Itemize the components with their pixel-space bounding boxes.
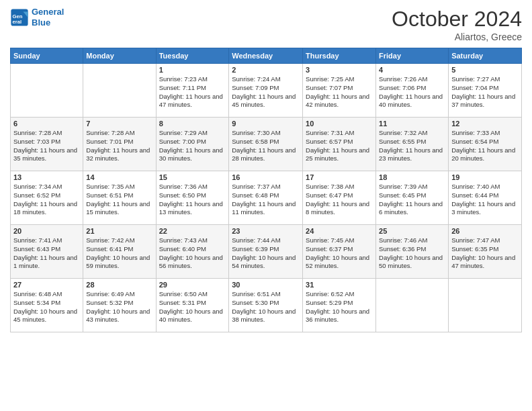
day-info: Sunrise: 7:30 AM Sunset: 6:58 PM Dayligh… [232,129,300,163]
day-info: Sunrise: 7:40 AM Sunset: 6:44 PM Dayligh… [451,183,519,217]
day-info: Sunrise: 7:31 AM Sunset: 6:57 PM Dayligh… [306,129,373,163]
day-info: Sunrise: 7:38 AM Sunset: 6:47 PM Dayligh… [306,183,373,217]
title-block: October 2024 Aliartos, Greece [392,7,522,42]
day-number: 13 [13,173,80,181]
table-row: 12Sunrise: 7:33 AM Sunset: 6:54 PM Dayli… [449,118,522,171]
day-number: 19 [451,173,519,181]
table-row: 11Sunrise: 7:32 AM Sunset: 6:55 PM Dayli… [376,118,449,171]
day-info: Sunrise: 7:24 AM Sunset: 7:09 PM Dayligh… [232,75,300,109]
table-row [83,64,156,118]
month-title: October 2024 [392,7,522,32]
day-number: 10 [306,120,373,128]
day-info: Sunrise: 7:45 AM Sunset: 6:37 PM Dayligh… [306,236,373,271]
table-row: 28Sunrise: 6:49 AM Sunset: 5:32 PM Dayli… [83,279,156,332]
day-info: Sunrise: 7:44 AM Sunset: 6:39 PM Dayligh… [232,236,300,271]
day-info: Sunrise: 7:28 AM Sunset: 7:01 PM Dayligh… [86,129,152,163]
table-row: 16Sunrise: 7:37 AM Sunset: 6:48 PM Dayli… [229,171,303,225]
calendar-week-row: 13Sunrise: 7:34 AM Sunset: 6:52 PM Dayli… [11,171,522,225]
col-wednesday: Wednesday [229,48,303,64]
table-row: 10Sunrise: 7:31 AM Sunset: 6:57 PM Dayli… [303,118,376,171]
day-info: Sunrise: 7:29 AM Sunset: 7:00 PM Dayligh… [159,129,226,163]
day-info: Sunrise: 7:46 AM Sunset: 6:36 PM Dayligh… [379,236,445,271]
table-row: 31Sunrise: 6:52 AM Sunset: 5:29 PM Dayli… [303,279,376,332]
table-row: 8Sunrise: 7:29 AM Sunset: 7:00 PM Daylig… [156,118,229,171]
day-info: Sunrise: 7:32 AM Sunset: 6:55 PM Dayligh… [379,129,445,163]
table-row: 21Sunrise: 7:42 AM Sunset: 6:41 PM Dayli… [83,225,156,279]
day-info: Sunrise: 7:34 AM Sunset: 6:52 PM Dayligh… [13,183,80,217]
table-row: 22Sunrise: 7:43 AM Sunset: 6:40 PM Dayli… [156,225,229,279]
page: Gen eral General Blue October 2024 Aliar… [0,0,532,411]
table-row: 9Sunrise: 7:30 AM Sunset: 6:58 PM Daylig… [229,118,303,171]
table-row: 5Sunrise: 7:27 AM Sunset: 7:04 PM Daylig… [449,64,522,118]
table-row: 6Sunrise: 7:28 AM Sunset: 7:03 PM Daylig… [11,118,83,171]
day-number: 24 [306,227,373,235]
table-row: 4Sunrise: 7:26 AM Sunset: 7:06 PM Daylig… [376,64,449,118]
table-row: 2Sunrise: 7:24 AM Sunset: 7:09 PM Daylig… [229,64,303,118]
day-info: Sunrise: 7:41 AM Sunset: 6:43 PM Dayligh… [13,236,80,271]
logo-icon: Gen eral [10,8,29,27]
logo-line1: General [32,7,64,17]
day-info: Sunrise: 6:51 AM Sunset: 5:30 PM Dayligh… [232,290,300,324]
calendar-week-row: 6Sunrise: 7:28 AM Sunset: 7:03 PM Daylig… [11,118,522,171]
col-sunday: Sunday [11,48,83,64]
table-row: 19Sunrise: 7:40 AM Sunset: 6:44 PM Dayli… [449,171,522,225]
day-info: Sunrise: 7:35 AM Sunset: 6:51 PM Dayligh… [86,183,152,217]
day-number: 21 [86,227,152,235]
day-info: Sunrise: 7:33 AM Sunset: 6:54 PM Dayligh… [451,129,519,163]
col-saturday: Saturday [449,48,522,64]
day-info: Sunrise: 7:47 AM Sunset: 6:35 PM Dayligh… [451,236,519,271]
logo-text: General Blue [32,7,64,28]
day-info: Sunrise: 7:37 AM Sunset: 6:48 PM Dayligh… [232,183,300,217]
col-thursday: Thursday [303,48,376,64]
day-number: 30 [232,281,300,289]
day-number: 16 [232,173,300,181]
day-number: 31 [306,281,373,289]
day-number: 27 [13,281,80,289]
day-number: 15 [159,173,226,181]
day-number: 12 [451,120,519,128]
day-number: 8 [159,120,226,128]
day-info: Sunrise: 7:36 AM Sunset: 6:50 PM Dayligh… [159,183,226,217]
day-info: Sunrise: 7:39 AM Sunset: 6:45 PM Dayligh… [379,183,445,217]
day-info: Sunrise: 7:23 AM Sunset: 7:11 PM Dayligh… [159,75,226,109]
table-row: 1Sunrise: 7:23 AM Sunset: 7:11 PM Daylig… [156,64,229,118]
table-row: 30Sunrise: 6:51 AM Sunset: 5:30 PM Dayli… [229,279,303,332]
day-number: 17 [306,173,373,181]
col-friday: Friday [376,48,449,64]
day-number: 22 [159,227,226,235]
table-row [449,279,522,332]
day-number: 14 [86,173,152,181]
day-number: 5 [451,66,519,74]
day-info: Sunrise: 7:25 AM Sunset: 7:07 PM Dayligh… [306,75,373,109]
day-info: Sunrise: 6:50 AM Sunset: 5:31 PM Dayligh… [159,290,226,324]
table-row: 27Sunrise: 6:48 AM Sunset: 5:34 PM Dayli… [11,279,83,332]
day-number: 20 [13,227,80,235]
day-number: 9 [232,120,300,128]
day-info: Sunrise: 7:42 AM Sunset: 6:41 PM Dayligh… [86,236,152,271]
table-row: 7Sunrise: 7:28 AM Sunset: 7:01 PM Daylig… [83,118,156,171]
table-row: 26Sunrise: 7:47 AM Sunset: 6:35 PM Dayli… [449,225,522,279]
calendar-week-row: 27Sunrise: 6:48 AM Sunset: 5:34 PM Dayli… [11,279,522,332]
day-number: 29 [159,281,226,289]
table-row: 3Sunrise: 7:25 AM Sunset: 7:07 PM Daylig… [303,64,376,118]
table-row: 14Sunrise: 7:35 AM Sunset: 6:51 PM Dayli… [83,171,156,225]
calendar: Sunday Monday Tuesday Wednesday Thursday… [10,48,522,332]
day-number: 25 [379,227,445,235]
header: Gen eral General Blue October 2024 Aliar… [10,7,522,42]
logo: Gen eral General Blue [10,7,64,28]
day-number: 28 [86,281,152,289]
day-info: Sunrise: 7:43 AM Sunset: 6:40 PM Dayligh… [159,236,226,271]
day-number: 11 [379,120,445,128]
day-info: Sunrise: 7:26 AM Sunset: 7:06 PM Dayligh… [379,75,445,109]
table-row: 23Sunrise: 7:44 AM Sunset: 6:39 PM Dayli… [229,225,303,279]
table-row [376,279,449,332]
table-row: 29Sunrise: 6:50 AM Sunset: 5:31 PM Dayli… [156,279,229,332]
day-info: Sunrise: 6:49 AM Sunset: 5:32 PM Dayligh… [86,290,152,324]
table-row: 15Sunrise: 7:36 AM Sunset: 6:50 PM Dayli… [156,171,229,225]
day-info: Sunrise: 6:52 AM Sunset: 5:29 PM Dayligh… [306,290,373,324]
table-row: 17Sunrise: 7:38 AM Sunset: 6:47 PM Dayli… [303,171,376,225]
table-row: 24Sunrise: 7:45 AM Sunset: 6:37 PM Dayli… [303,225,376,279]
day-number: 26 [451,227,519,235]
table-row: 18Sunrise: 7:39 AM Sunset: 6:45 PM Dayli… [376,171,449,225]
calendar-week-row: 1Sunrise: 7:23 AM Sunset: 7:11 PM Daylig… [11,64,522,118]
